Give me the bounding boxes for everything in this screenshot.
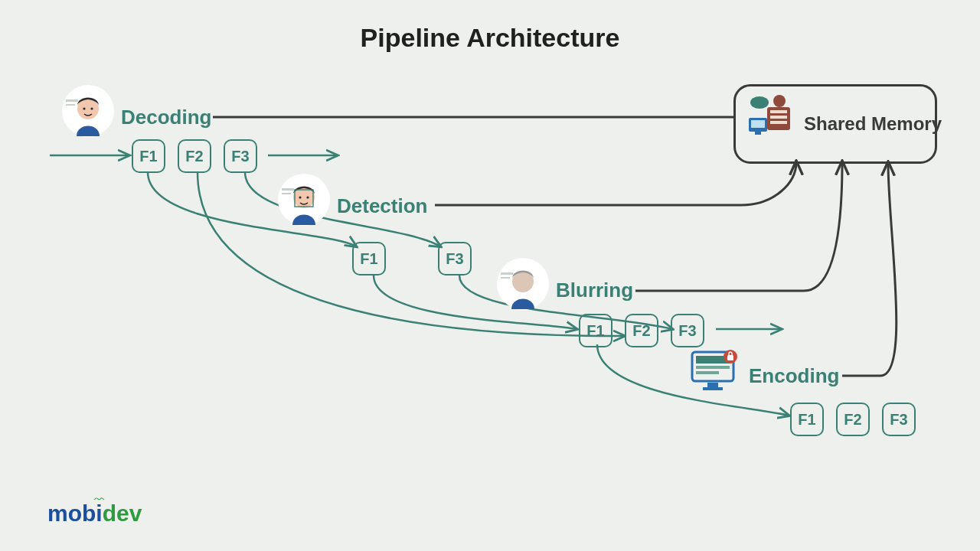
server-icon <box>744 93 798 139</box>
svg-point-23 <box>299 196 301 198</box>
diagram-canvas: Pipeline Architecture <box>0 0 980 551</box>
svg-rect-33 <box>707 383 718 387</box>
svg-point-17 <box>90 107 93 109</box>
frame-detection-f1: F1 <box>352 242 386 276</box>
svg-rect-34 <box>703 387 723 390</box>
svg-rect-26 <box>501 272 513 275</box>
svg-point-16 <box>83 107 85 109</box>
brand-logo: mob﹋idev <box>47 500 142 527</box>
svg-rect-7 <box>770 116 787 119</box>
stage-encoding-label: Encoding <box>749 364 839 388</box>
connector-layer <box>0 0 980 551</box>
stage-blurring-label: Blurring <box>556 279 633 302</box>
brand-suffix: dev <box>103 500 142 526</box>
brand-prefix: mob <box>47 500 96 526</box>
monitor-encoding-icon <box>689 347 741 395</box>
svg-rect-10 <box>751 120 765 128</box>
frame-decoding-f1: F1 <box>132 139 165 173</box>
frame-detection-f3: F3 <box>438 242 472 276</box>
svg-rect-13 <box>66 99 78 102</box>
svg-rect-6 <box>770 110 787 113</box>
frame-decoding-f2: F2 <box>178 139 211 173</box>
shared-memory-label: Shared Memory <box>804 113 942 135</box>
avatar-detection-icon <box>277 173 331 227</box>
diagram-title: Pipeline Architecture <box>0 23 980 53</box>
svg-rect-36 <box>727 355 733 360</box>
frame-encoding-f3: F3 <box>882 403 916 436</box>
frame-encoding-f2: F2 <box>836 403 870 436</box>
frame-blurring-f3: F3 <box>671 314 704 347</box>
avatar-blurring-icon <box>496 257 550 311</box>
frame-decoding-f3: F3 <box>224 139 257 173</box>
frame-blurring-f1: F1 <box>579 314 612 347</box>
svg-rect-14 <box>66 104 75 106</box>
svg-rect-32 <box>696 371 719 374</box>
stage-decoding-label: Decoding <box>121 106 211 129</box>
svg-rect-20 <box>282 193 291 194</box>
svg-point-24 <box>306 196 309 198</box>
svg-point-3 <box>750 96 769 109</box>
svg-rect-27 <box>501 277 510 279</box>
frame-encoding-f1: F1 <box>790 403 824 436</box>
stage-detection-label: Detection <box>337 194 427 218</box>
svg-point-4 <box>773 95 786 107</box>
avatar-decoding-icon <box>61 84 115 138</box>
svg-rect-8 <box>770 121 787 124</box>
svg-rect-11 <box>755 132 761 135</box>
svg-rect-31 <box>696 366 730 369</box>
svg-rect-19 <box>282 188 294 191</box>
frame-blurring-f2: F2 <box>625 314 658 347</box>
